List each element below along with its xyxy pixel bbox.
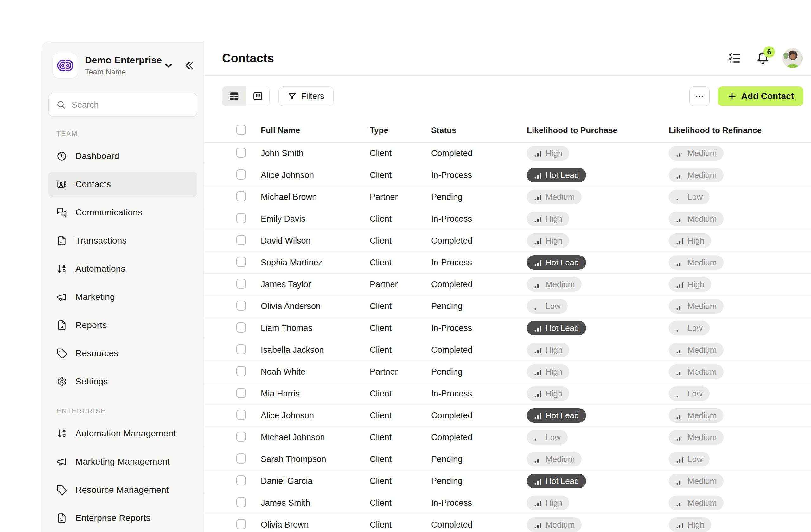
sidebar-item-communications[interactable]: Communications [48, 200, 197, 225]
signal-bars-icon [676, 367, 684, 376]
gauge-icon [56, 151, 67, 161]
table-row[interactable]: Olivia AndersonClientPendingLowMedium [204, 295, 811, 317]
row-checkbox[interactable] [236, 344, 246, 354]
likelihood-badge: High [669, 277, 711, 292]
user-avatar[interactable] [782, 48, 803, 68]
likelihood-badge: Medium [669, 255, 723, 270]
column-header-status: Status [431, 125, 527, 135]
sidebar-item-label: Settings [75, 376, 108, 387]
signal-bars-icon [676, 521, 684, 529]
table-view-button[interactable] [223, 87, 246, 106]
column-header-purchase: Likelihood to Purchase [527, 125, 669, 135]
more-actions-button[interactable] [689, 87, 709, 106]
badge-label: Medium [687, 301, 717, 311]
row-checkbox[interactable] [236, 453, 246, 464]
table-row[interactable]: James SmithClientIn-ProcessHighMedium [204, 492, 811, 514]
notifications-bell-icon[interactable]: 6 [756, 51, 770, 65]
add-contact-label: Add Contact [741, 91, 794, 101]
cell-status: Pending [431, 192, 527, 202]
row-checkbox[interactable] [236, 191, 246, 201]
table-row[interactable]: Daniel GarciaClientPendingHot LeadMedium [204, 470, 811, 492]
cell-full-name: Mia Harris [261, 389, 370, 399]
row-checkbox[interactable] [236, 388, 246, 398]
table-row[interactable]: Isabella JacksonClientCompletedHighMediu… [204, 339, 811, 361]
likelihood-badge: High [527, 233, 569, 248]
collapse-sidebar-icon[interactable] [183, 60, 195, 71]
row-checkbox[interactable] [236, 213, 246, 223]
table-row[interactable]: Michael JohnsonClientCompletedLowMedium [204, 426, 811, 449]
cell-type: Client [370, 214, 431, 224]
table-row[interactable]: Mia HarrisClientIn-ProcessHighLow [204, 383, 811, 405]
row-checkbox[interactable] [236, 410, 246, 420]
table-row[interactable]: Sarah ThompsonClientPendingMediumLow [204, 449, 811, 470]
table-row[interactable]: Sophia MartinezClientIn-ProcessHot LeadM… [204, 252, 811, 273]
search-input[interactable] [72, 100, 189, 110]
sidebar-item-label: Reports [75, 320, 107, 330]
badge-label: Medium [546, 520, 575, 530]
table-row[interactable]: Liam ThomasClientIn-ProcessHot LeadLow [204, 317, 811, 339]
signal-bars-icon [534, 302, 542, 310]
sidebar-item-transactions[interactable]: Transactions [48, 228, 197, 253]
sidebar-item-label: Automation Management [75, 428, 176, 439]
sidebar-item-automations[interactable]: Automations [48, 256, 197, 282]
table-row[interactable]: John SmithClientCompletedHighMedium [204, 142, 811, 165]
doc-signature-icon [56, 235, 67, 246]
sidebar-item-reports[interactable]: Reports [48, 313, 197, 338]
badge-label: Low [687, 389, 703, 399]
table-row[interactable]: James TaylorPartnerCompletedMediumHigh [204, 273, 811, 295]
sidebar-item-resource-management[interactable]: Resource Management [48, 477, 197, 503]
signal-bars-icon [676, 499, 684, 507]
row-checkbox[interactable] [236, 257, 246, 267]
table-row[interactable]: Olivia BrownClientCompletedMediumHigh [204, 514, 811, 532]
contact-card-icon [56, 179, 67, 190]
likelihood-badge: High [527, 212, 569, 226]
select-all-checkbox[interactable] [236, 125, 246, 135]
add-contact-button[interactable]: Add Contact [718, 87, 804, 106]
row-checkbox[interactable] [236, 519, 246, 529]
table-row[interactable]: Alice JohnsonClientIn-ProcessHot LeadMed… [204, 165, 811, 186]
table-row[interactable]: Noah WhitePartnerPendingHighMedium [204, 361, 811, 383]
table-view-icon [228, 91, 240, 102]
chat-icon [56, 207, 67, 218]
sidebar-item-label: Marketing Management [75, 457, 170, 467]
sidebar-item-enterprise-reports[interactable]: Enterprise Reports [48, 505, 197, 531]
table-row[interactable]: Michael BrownPartnerPendingMediumLow [204, 186, 811, 208]
row-checkbox[interactable] [236, 147, 246, 158]
badge-label: High [546, 236, 562, 246]
badge-label: Medium [687, 433, 717, 442]
badge-label: Medium [687, 345, 717, 355]
likelihood-badge: Medium [669, 430, 723, 444]
sidebar-item-marketing-management[interactable]: Marketing Management [48, 449, 197, 474]
row-checkbox[interactable] [236, 475, 246, 485]
likelihood-badge: High [527, 146, 569, 160]
table-row[interactable]: David WilsonClientCompletedHighHigh [204, 230, 811, 252]
search-box[interactable] [48, 93, 197, 117]
chevron-down-icon[interactable] [163, 60, 174, 71]
row-checkbox[interactable] [236, 300, 246, 311]
signal-bars-icon [676, 411, 684, 420]
filters-button[interactable]: Filters [278, 87, 334, 106]
cell-status: Pending [431, 476, 527, 486]
megaphone-icon [56, 456, 67, 467]
sidebar-item-dashboard[interactable]: Dashboard [48, 143, 197, 169]
gear-icon [56, 376, 67, 387]
table-row[interactable]: Alice JohnsonClientCompletedHot LeadMedi… [204, 405, 811, 426]
sidebar-item-contacts[interactable]: Contacts [48, 172, 197, 197]
row-checkbox[interactable] [236, 497, 246, 507]
cell-full-name: Michael Johnson [261, 433, 370, 442]
row-checkbox[interactable] [236, 169, 246, 179]
row-checkbox[interactable] [236, 322, 246, 332]
tasks-list-icon[interactable] [728, 51, 741, 65]
row-checkbox[interactable] [236, 366, 246, 376]
workspace-switcher[interactable]: Demo Enterprise Team Name [48, 53, 197, 78]
row-checkbox[interactable] [236, 432, 246, 442]
sidebar-item-resources[interactable]: Resources [48, 341, 197, 366]
sidebar-item-automation-management[interactable]: Automation Management [48, 421, 197, 446]
sidebar-item-marketing[interactable]: Marketing [48, 284, 197, 310]
table-row[interactable]: Emily DavisClientIn-ProcessHighMedium [204, 208, 811, 230]
sidebar-item-settings[interactable]: Settings [48, 369, 197, 394]
row-checkbox[interactable] [236, 235, 246, 245]
kanban-view-button[interactable] [246, 87, 269, 106]
row-checkbox[interactable] [236, 279, 246, 289]
likelihood-badge: Low [527, 430, 568, 444]
